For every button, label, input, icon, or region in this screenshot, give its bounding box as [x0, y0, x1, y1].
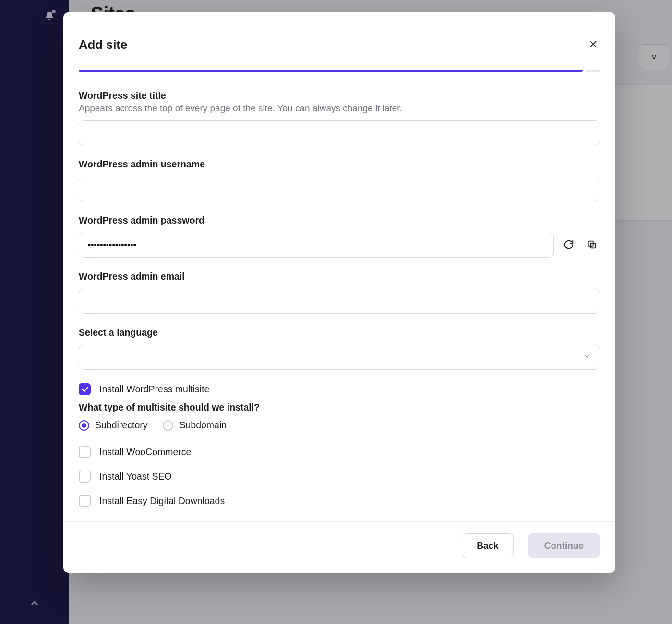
edd-row: Install Easy Digital Downloads	[79, 495, 600, 507]
admin-username-input[interactable]	[79, 177, 600, 201]
multisite-checkbox[interactable]	[79, 383, 91, 395]
regenerate-password-button[interactable]	[561, 236, 577, 254]
radio-subdirectory-label: Subdirectory	[95, 420, 147, 431]
field-site-title: WordPress site title Appears across the …	[79, 90, 600, 145]
admin-password-input[interactable]	[79, 233, 554, 258]
close-button[interactable]	[587, 37, 600, 52]
woocommerce-row: Install WooCommerce	[79, 446, 600, 458]
language-select[interactable]	[79, 345, 600, 370]
copy-password-button[interactable]	[584, 236, 600, 254]
field-admin-password: WordPress admin password	[79, 215, 600, 258]
admin-email-label: WordPress admin email	[79, 271, 600, 282]
multisite-label: Install WordPress multisite	[99, 384, 209, 395]
multisite-type-group: What type of multisite should we install…	[79, 402, 600, 431]
woocommerce-label: Install WooCommerce	[99, 447, 191, 458]
site-title-input[interactable]	[79, 120, 600, 145]
field-admin-email: WordPress admin email	[79, 271, 600, 314]
site-title-label: WordPress site title	[79, 90, 600, 101]
copy-icon	[587, 239, 597, 250]
yoast-row: Install Yoast SEO	[79, 471, 600, 483]
radio-subdomain[interactable]	[163, 420, 173, 431]
site-title-sublabel: Appears across the top of every page of …	[79, 103, 600, 114]
multisite-checkbox-row: Install WordPress multisite	[79, 383, 600, 395]
back-button[interactable]: Back	[462, 533, 513, 558]
edd-checkbox[interactable]	[79, 495, 91, 507]
add-site-modal: Add site WordPress site title Appears ac…	[63, 12, 615, 573]
progress-bar	[63, 58, 615, 72]
radio-subdirectory[interactable]	[79, 420, 89, 431]
field-language: Select a language	[79, 327, 600, 370]
edd-label: Install Easy Digital Downloads	[99, 495, 225, 506]
multisite-question: What type of multisite should we install…	[79, 402, 600, 413]
woocommerce-checkbox[interactable]	[79, 446, 91, 458]
language-label: Select a language	[79, 327, 600, 338]
modal-title: Add site	[79, 37, 127, 52]
close-icon	[588, 39, 598, 49]
yoast-label: Install Yoast SEO	[99, 471, 172, 482]
admin-username-label: WordPress admin username	[79, 159, 600, 170]
radio-subdomain-label: Subdomain	[179, 420, 227, 431]
admin-password-label: WordPress admin password	[79, 215, 600, 226]
continue-button[interactable]: Continue	[528, 533, 600, 558]
yoast-checkbox[interactable]	[79, 471, 91, 483]
refresh-icon	[564, 239, 574, 250]
admin-email-input[interactable]	[79, 289, 600, 314]
check-icon	[81, 386, 89, 393]
field-admin-username: WordPress admin username	[79, 159, 600, 201]
